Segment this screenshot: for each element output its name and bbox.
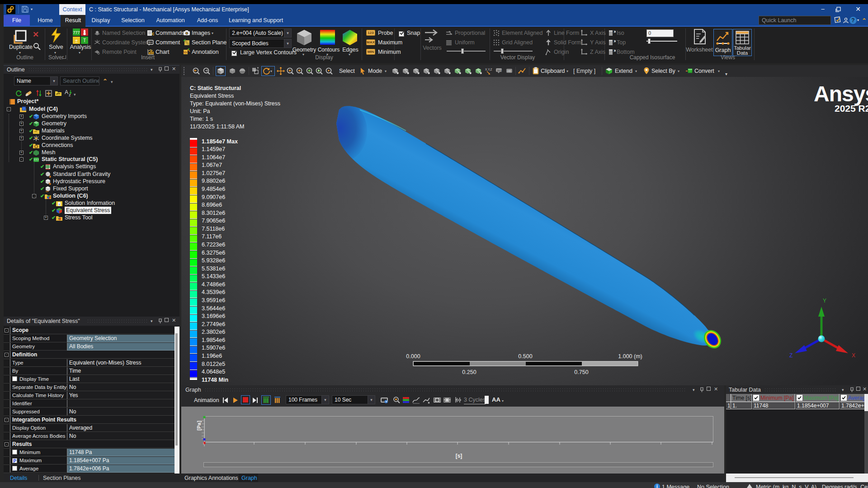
svg-text:0.750: 0.750 [574, 369, 588, 375]
svg-text:0.250: 0.250 [462, 369, 476, 375]
svg-text:AB: AB [507, 70, 511, 72]
svg-text:±: ± [75, 38, 78, 43]
svg-text:✕: ✕ [613, 30, 616, 34]
svg-text:i: i [59, 203, 60, 206]
svg-text:777: 777 [33, 158, 39, 161]
svg-text:Y: Y [823, 298, 826, 304]
svg-text:c: c [152, 31, 154, 36]
svg-text:Abc: Abc [183, 51, 189, 54]
svg-text:0.500: 0.500 [518, 353, 532, 360]
svg-text:19.0: 19.0 [497, 69, 502, 72]
svg-text:T: T [83, 38, 86, 43]
svg-text:0.000: 0.000 [406, 353, 420, 360]
svg-text:X,Y,Z: X,Y,Z [485, 68, 492, 71]
svg-text:Z: Z [789, 352, 793, 359]
svg-text:777: 777 [73, 30, 80, 35]
svg-text:1.000 (m): 1.000 (m) [618, 353, 642, 360]
svg-text:✕: ✕ [613, 39, 616, 43]
svg-text:✕: ✕ [613, 49, 616, 53]
svg-text:X: X [852, 352, 855, 359]
